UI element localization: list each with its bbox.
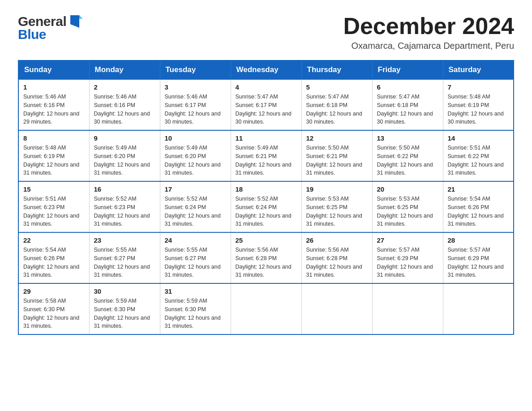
sunset-label: Sunset: 6:17 PM xyxy=(165,102,206,108)
day-info: Sunrise: 5:59 AMSunset: 6:30 PMDaylight:… xyxy=(165,297,226,330)
sunset-label: Sunset: 6:23 PM xyxy=(23,204,64,210)
sunset-label: Sunset: 6:19 PM xyxy=(23,153,64,159)
sunset-label: Sunset: 6:29 PM xyxy=(448,255,489,261)
calendar-cell: 6Sunrise: 5:47 AMSunset: 6:18 PMDaylight… xyxy=(372,79,443,130)
daylight-label: Daylight: 12 hours and 31 minutes. xyxy=(165,213,221,227)
calendar-cell xyxy=(301,283,372,334)
day-number: 29 xyxy=(23,287,85,295)
day-number: 5 xyxy=(306,83,368,91)
sunset-label: Sunset: 6:27 PM xyxy=(165,255,206,261)
sunrise-label: Sunrise: 5:50 AM xyxy=(377,145,420,151)
calendar-cell: 5Sunrise: 5:47 AMSunset: 6:18 PMDaylight… xyxy=(301,79,372,130)
calendar-week-row-1: 1Sunrise: 5:46 AMSunset: 6:16 PMDaylight… xyxy=(18,79,514,130)
sunrise-label: Sunrise: 5:47 AM xyxy=(306,94,349,100)
day-number: 8 xyxy=(23,134,85,142)
sunrise-label: Sunrise: 5:59 AM xyxy=(94,298,137,304)
sunset-label: Sunset: 6:22 PM xyxy=(448,153,489,159)
day-info: Sunrise: 5:49 AMSunset: 6:20 PMDaylight:… xyxy=(165,144,226,177)
sunrise-label: Sunrise: 5:58 AM xyxy=(23,298,66,304)
col-header-friday: Friday xyxy=(372,60,443,79)
calendar-week-row-2: 8Sunrise: 5:48 AMSunset: 6:19 PMDaylight… xyxy=(18,130,514,181)
calendar-title-area: December 2024 Oxamarca, Cajamarca Depart… xyxy=(343,13,514,51)
day-number: 22 xyxy=(23,236,85,244)
daylight-label: Daylight: 12 hours and 31 minutes. xyxy=(165,162,221,176)
day-number: 14 xyxy=(448,134,509,142)
daylight-label: Daylight: 12 hours and 31 minutes. xyxy=(23,213,79,227)
daylight-label: Daylight: 12 hours and 31 minutes. xyxy=(94,162,150,176)
day-number: 16 xyxy=(94,185,155,193)
day-number: 13 xyxy=(377,134,438,142)
day-info: Sunrise: 5:56 AMSunset: 6:28 PMDaylight:… xyxy=(306,246,368,279)
day-number: 18 xyxy=(236,185,297,193)
day-number: 3 xyxy=(165,83,226,91)
sunset-label: Sunset: 6:16 PM xyxy=(23,102,64,108)
calendar-cell: 21Sunrise: 5:54 AMSunset: 6:26 PMDayligh… xyxy=(443,181,514,232)
sunset-label: Sunset: 6:30 PM xyxy=(165,306,206,313)
day-number: 11 xyxy=(236,134,297,142)
calendar-cell: 29Sunrise: 5:58 AMSunset: 6:30 PMDayligh… xyxy=(18,283,89,334)
svg-marker-1 xyxy=(70,24,79,28)
calendar-cell: 8Sunrise: 5:48 AMSunset: 6:19 PMDaylight… xyxy=(18,130,89,181)
calendar-week-row-5: 29Sunrise: 5:58 AMSunset: 6:30 PMDayligh… xyxy=(18,283,514,334)
day-number: 25 xyxy=(236,236,297,244)
sunrise-label: Sunrise: 5:53 AM xyxy=(306,196,349,202)
day-info: Sunrise: 5:59 AMSunset: 6:30 PMDaylight:… xyxy=(94,297,155,330)
col-header-tuesday: Tuesday xyxy=(160,60,231,79)
sunrise-label: Sunrise: 5:57 AM xyxy=(448,247,490,253)
calendar-cell: 26Sunrise: 5:56 AMSunset: 6:28 PMDayligh… xyxy=(301,232,372,283)
daylight-label: Daylight: 12 hours and 31 minutes. xyxy=(448,162,504,176)
calendar-cell: 7Sunrise: 5:48 AMSunset: 6:19 PMDaylight… xyxy=(443,79,514,130)
calendar-cell: 22Sunrise: 5:54 AMSunset: 6:26 PMDayligh… xyxy=(18,232,89,283)
page-header: General Blue December 2024 Oxamarca, Caj… xyxy=(18,13,514,51)
daylight-label: Daylight: 12 hours and 30 minutes. xyxy=(94,111,150,125)
day-number: 24 xyxy=(165,236,226,244)
daylight-label: Daylight: 12 hours and 30 minutes. xyxy=(165,111,221,125)
sunrise-label: Sunrise: 5:49 AM xyxy=(236,145,278,151)
logo-icon xyxy=(67,13,83,30)
day-info: Sunrise: 5:52 AMSunset: 6:23 PMDaylight:… xyxy=(94,195,155,228)
calendar-cell: 30Sunrise: 5:59 AMSunset: 6:30 PMDayligh… xyxy=(89,283,160,334)
calendar-cell: 2Sunrise: 5:46 AMSunset: 6:16 PMDaylight… xyxy=(89,79,160,130)
calendar-cell: 13Sunrise: 5:50 AMSunset: 6:22 PMDayligh… xyxy=(372,130,443,181)
calendar-cell: 9Sunrise: 5:49 AMSunset: 6:20 PMDaylight… xyxy=(89,130,160,181)
svg-marker-2 xyxy=(79,15,83,19)
day-number: 10 xyxy=(165,134,226,142)
calendar-cell: 31Sunrise: 5:59 AMSunset: 6:30 PMDayligh… xyxy=(160,283,231,334)
sunset-label: Sunset: 6:16 PM xyxy=(94,102,135,108)
daylight-label: Daylight: 12 hours and 30 minutes. xyxy=(236,111,292,125)
daylight-label: Daylight: 12 hours and 30 minutes. xyxy=(377,111,433,125)
sunrise-label: Sunrise: 5:56 AM xyxy=(236,247,278,253)
day-info: Sunrise: 5:48 AMSunset: 6:19 PMDaylight:… xyxy=(23,144,85,177)
day-info: Sunrise: 5:51 AMSunset: 6:23 PMDaylight:… xyxy=(23,195,85,228)
calendar-cell: 20Sunrise: 5:53 AMSunset: 6:25 PMDayligh… xyxy=(372,181,443,232)
col-header-thursday: Thursday xyxy=(301,60,372,79)
sunset-label: Sunset: 6:17 PM xyxy=(236,102,277,108)
day-info: Sunrise: 5:50 AMSunset: 6:21 PMDaylight:… xyxy=(306,144,368,177)
daylight-label: Daylight: 12 hours and 31 minutes. xyxy=(306,264,362,278)
calendar-cell: 25Sunrise: 5:56 AMSunset: 6:28 PMDayligh… xyxy=(231,232,301,283)
sunrise-label: Sunrise: 5:49 AM xyxy=(165,145,207,151)
sunset-label: Sunset: 6:20 PM xyxy=(94,153,135,159)
day-info: Sunrise: 5:49 AMSunset: 6:21 PMDaylight:… xyxy=(236,144,297,177)
daylight-label: Daylight: 12 hours and 31 minutes. xyxy=(448,213,504,227)
sunrise-label: Sunrise: 5:49 AM xyxy=(94,145,137,151)
day-number: 26 xyxy=(306,236,368,244)
sunset-label: Sunset: 6:26 PM xyxy=(23,255,64,261)
daylight-label: Daylight: 12 hours and 31 minutes. xyxy=(306,213,362,227)
calendar-cell: 12Sunrise: 5:50 AMSunset: 6:21 PMDayligh… xyxy=(301,130,372,181)
sunrise-label: Sunrise: 5:52 AM xyxy=(165,196,207,202)
day-number: 7 xyxy=(448,83,509,91)
day-number: 20 xyxy=(377,185,438,193)
calendar-cell: 19Sunrise: 5:53 AMSunset: 6:25 PMDayligh… xyxy=(301,181,372,232)
day-info: Sunrise: 5:56 AMSunset: 6:28 PMDaylight:… xyxy=(236,246,297,279)
calendar-header-row: Sunday Monday Tuesday Wednesday Thursday… xyxy=(18,60,514,79)
sunset-label: Sunset: 6:21 PM xyxy=(306,153,348,159)
day-number: 23 xyxy=(94,236,155,244)
day-info: Sunrise: 5:47 AMSunset: 6:18 PMDaylight:… xyxy=(377,93,438,126)
day-info: Sunrise: 5:46 AMSunset: 6:16 PMDaylight:… xyxy=(94,93,155,126)
calendar-cell: 24Sunrise: 5:55 AMSunset: 6:27 PMDayligh… xyxy=(160,232,231,283)
day-info: Sunrise: 5:52 AMSunset: 6:24 PMDaylight:… xyxy=(165,195,226,228)
col-header-sunday: Sunday xyxy=(18,60,89,79)
sunrise-label: Sunrise: 5:47 AM xyxy=(236,94,278,100)
sunset-label: Sunset: 6:21 PM xyxy=(236,153,277,159)
